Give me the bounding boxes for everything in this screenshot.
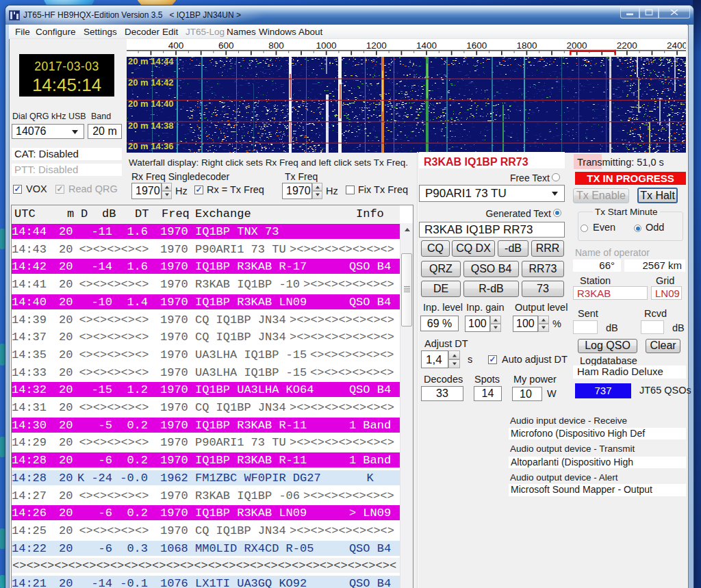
svg-text:2400: 2400 — [667, 40, 686, 51]
svg-text:1000: 1000 — [316, 40, 337, 51]
svg-text:20 m 14:40: 20 m 14:40 — [128, 99, 174, 109]
svg-text:400: 400 — [168, 40, 184, 51]
svg-text:20 m 14:44: 20 m 14:44 — [128, 57, 174, 66]
svg-text:2200: 2200 — [617, 40, 637, 51]
svg-text:600: 600 — [218, 40, 234, 51]
svg-text:2000: 2000 — [567, 40, 587, 51]
svg-text:1600: 1600 — [466, 40, 487, 51]
svg-text:800: 800 — [268, 40, 284, 51]
svg-text:20 m 14:42: 20 m 14:42 — [128, 77, 174, 88]
svg-text:1400: 1400 — [416, 40, 437, 51]
svg-text:20 m 14:36: 20 m 14:36 — [128, 141, 174, 151]
svg-text:1800: 1800 — [516, 40, 537, 51]
svg-text:20 m 14:38: 20 m 14:38 — [128, 120, 174, 131]
svg-text:1200: 1200 — [366, 40, 387, 51]
